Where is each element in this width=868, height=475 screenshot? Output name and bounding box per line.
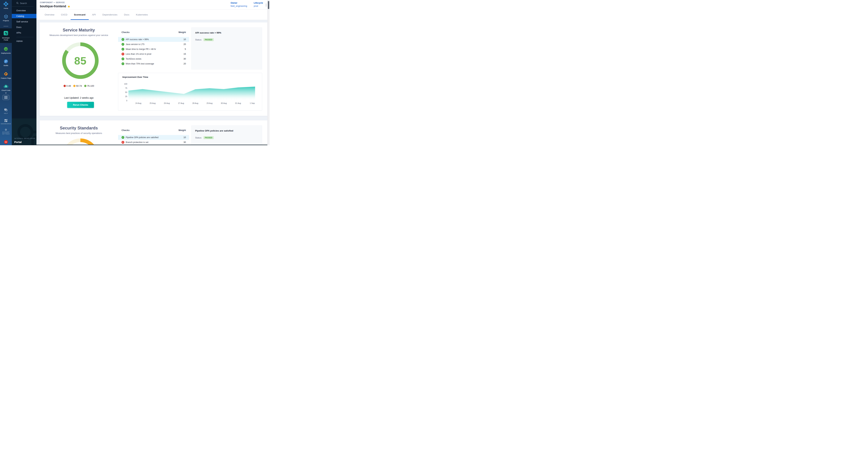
nav-builds[interactable]: Builds [0, 59, 12, 66]
nav-help[interactable]: ? HELP [0, 108, 12, 114]
svg-text:?: ? [5, 109, 6, 110]
sidebar-item-docs[interactable]: Docs [12, 24, 36, 30]
security-standards-card: Security Standards Measures best practic… [39, 120, 268, 145]
x-axis-tick: 30 Aug [219, 102, 228, 104]
check-passed-icon: ✓ [122, 48, 124, 51]
check-label: More than 70% test coverage [126, 63, 154, 65]
deployments-pipeline-icon: ∞ [3, 47, 8, 52]
nav-projects[interactable]: Projects [0, 14, 12, 22]
module-browser-button[interactable] [2, 95, 9, 100]
check-weight: 30 [184, 58, 186, 60]
rerun-checks-button[interactable]: Rerun Checks [67, 102, 94, 108]
brand-eyebrow: INTERNAL DEVELOPER [14, 138, 35, 139]
lifecycle-value: prod [254, 5, 263, 7]
nav-developer-portal[interactable]: Developer Portal [0, 31, 12, 41]
check-row[interactable]: ✓TechDocs exists30 [118, 56, 189, 61]
tab-kubernetes[interactable]: Kubernetes [133, 9, 151, 20]
score-legend: 0-4950-7475-100 [39, 85, 118, 87]
nav-home[interactable]: Home [0, 1, 12, 9]
search-label: Search [20, 2, 27, 4]
check-weight: 20 [184, 63, 186, 65]
kebab-menu-icon[interactable] [265, 3, 268, 7]
scrollbar-thumb[interactable] [268, 1, 269, 9]
sidebar-item-admin[interactable]: Admin [12, 38, 36, 44]
check-label: Java version is LTS [126, 43, 145, 46]
check-row[interactable]: ✕Less than 1% error in prod15 [118, 52, 189, 56]
builds-circle-icon [4, 59, 8, 64]
legend-label: 0-49 [66, 85, 71, 87]
legend-dot-icon [73, 85, 75, 87]
check-weight: 30 [184, 141, 186, 144]
tab-docs[interactable]: Docs [121, 9, 133, 20]
check-passed-icon: ✓ [122, 58, 124, 60]
nav-feature-flags-label: Feature Flags [0, 77, 12, 79]
check-detail-panel: Pipeline OPA policies are satisfied Stat… [191, 125, 262, 145]
entity-name: boutique-frontend [40, 4, 66, 8]
check-row[interactable]: ✓Mean time to merge PR < 48 hr5 [118, 47, 189, 52]
developer-portal-icon [3, 31, 8, 36]
tab-api[interactable]: API [89, 9, 99, 20]
check-label: Branch protection is set [126, 141, 148, 144]
nav-divider [3, 26, 8, 26]
svg-text:85: 85 [74, 55, 87, 67]
grid-dots-icon [4, 96, 7, 99]
cloud-dollar-icon: $ [3, 84, 8, 89]
page-scrollbar[interactable] [267, 0, 270, 145]
tab-overview[interactable]: Overview [41, 9, 58, 20]
scorecard-title: Security Standards [39, 126, 118, 130]
tab-cicd[interactable]: CI/CD [58, 9, 71, 20]
main-area: COMPONENT — SERVICE boutique-frontend★ O… [36, 0, 270, 145]
sidebar-search[interactable]: Search [12, 0, 33, 7]
check-label: Mean time to merge PR < 48 hr [126, 48, 156, 50]
nav-deployments[interactable]: ∞ Deployments [0, 47, 12, 54]
nav-cloud-costs[interactable]: $ Cloud Costs [0, 84, 12, 91]
check-passed-icon: ✓ [122, 62, 124, 65]
status-badge: PASSED [204, 38, 214, 41]
tab-dependencies[interactable]: Dependencies [99, 9, 121, 20]
module-nav-rail: Home Projects Developer Portal [0, 0, 12, 145]
svg-text:∞: ∞ [5, 48, 7, 50]
sidebar-item-apis[interactable]: APIs [12, 30, 36, 35]
owner-value[interactable]: field_engineering [230, 5, 247, 7]
check-row[interactable]: ✓Java version is LTS20 [118, 42, 189, 47]
check-row[interactable]: ✓More than 70% test coverage20 [118, 61, 189, 66]
user-avatar[interactable]: HM [4, 140, 8, 144]
legend-label: 50-74 [76, 85, 82, 87]
y-axis-tick: 75 [121, 87, 127, 89]
improvement-chart: Improvement Over Time 100755025024 Aug25… [118, 73, 262, 111]
x-axis-tick: 29 Aug [205, 102, 214, 104]
check-row[interactable]: ✓API success rate > 99%10 [118, 37, 189, 42]
scorecard-content: Service Maturity Measures development be… [36, 20, 270, 145]
security-summary: Security Standards Measures best practic… [39, 120, 118, 145]
nav-feature-flags[interactable]: Feature Flags [0, 71, 12, 79]
sidebar-item-self-service[interactable]: Self service [12, 19, 36, 24]
x-axis-tick: 26 Aug [162, 102, 172, 104]
owner-label: Owner [230, 2, 247, 4]
check-passed-icon: ✓ [122, 43, 124, 46]
nav-dashboards[interactable]: DASHBOARDS [0, 119, 12, 125]
tab-scorecard[interactable]: Scorecard [71, 9, 89, 20]
weight-column-header: Weight [179, 31, 186, 35]
check-row[interactable]: ✕Branch protection is set30 [118, 140, 189, 145]
nav-account-settings[interactable]: ⚙ ACCOUNT SETTINGS [0, 128, 12, 135]
sidebar-brand-area: INTERNAL DEVELOPER Portal [12, 118, 36, 145]
check-label: Pipeline OPA policies are satisfied [126, 136, 158, 139]
lifecycle-meta: Lifecycle prod [254, 2, 263, 7]
chevron-down-icon[interactable] [5, 93, 7, 94]
sidebar-item-catalog[interactable]: Catalog [12, 14, 36, 18]
checks-column-header: Checks [122, 129, 129, 133]
legend-label: 75-100 [87, 85, 94, 87]
nav-projects-label: Projects [0, 20, 12, 22]
check-failed-icon: ✕ [122, 53, 124, 55]
sidebar-item-overview[interactable]: Overview [12, 8, 36, 13]
check-detail-title: API success rate > 99% [195, 31, 221, 34]
x-axis-tick: 27 Aug [177, 102, 186, 104]
check-row[interactable]: ✓Pipeline OPA policies are satisfied10 [118, 135, 189, 140]
nav-builds-label: Builds [0, 64, 12, 66]
checks-table: Checks Weight ✓API success rate > 99%10✓… [118, 27, 189, 66]
gear-icon: ⚙ [5, 128, 7, 131]
favorite-star-icon[interactable]: ★ [68, 5, 70, 8]
x-axis-tick: 31 Aug [234, 102, 243, 104]
dashboards-grid-icon [4, 119, 8, 123]
check-weight: 5 [185, 48, 186, 50]
